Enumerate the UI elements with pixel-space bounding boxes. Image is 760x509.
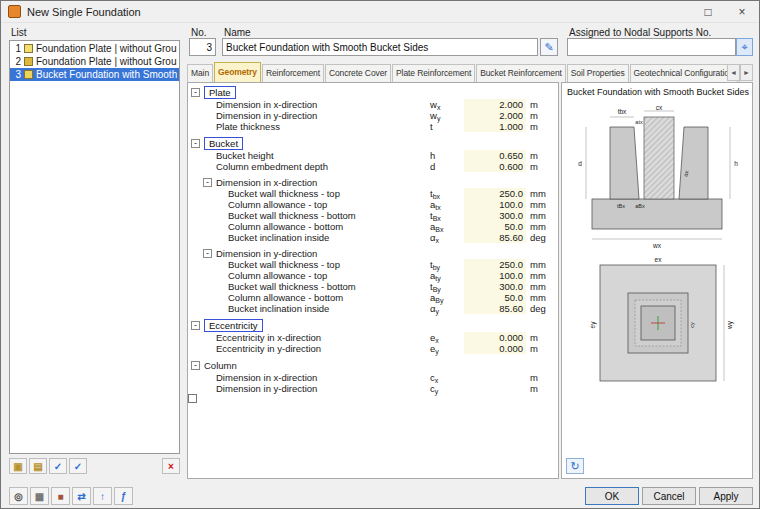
apply-button[interactable]: Apply — [699, 487, 753, 505]
assigned-supports-field[interactable] — [567, 38, 736, 56]
param-symbol: ey — [430, 343, 464, 355]
param-value[interactable]: 0.600 — [464, 161, 526, 172]
param-group-plate: -Plate — [188, 86, 558, 99]
symbol-main: w — [430, 110, 437, 121]
param-value[interactable]: 250.0 — [464, 188, 526, 199]
param-row-column-allowance-bottom: Column allowance - bottomaBy50.0mm — [188, 292, 558, 303]
assigned-supports-label: Assigned to Nodal Supports No. — [569, 27, 711, 38]
check-all-button[interactable]: ✓ — [69, 458, 87, 474]
param-value[interactable]: 100.0 — [464, 199, 526, 210]
param-value[interactable]: 100.0 — [464, 270, 526, 281]
tab-scroll-right-icon[interactable]: ► — [740, 64, 753, 81]
param-label: Dimension in y-direction — [188, 383, 430, 394]
param-row-eccentricity-in-x-direction: Eccentricity in x-directionex0.000m — [188, 332, 558, 343]
diagram-panel: Bucket Foundation with Smooth Bucket Sid… — [561, 82, 753, 479]
tab-reinforcement[interactable]: Reinforcement — [262, 64, 324, 82]
param-row-column-allowance-top: Column allowance - topatx100.0mm — [188, 199, 558, 210]
collapse-toggle-icon[interactable]: - — [203, 249, 212, 258]
list-toolbar: ▣▤✓✓× — [9, 457, 180, 475]
dim-label-wx: wx — [652, 242, 662, 249]
tab-bucket-reinforcement[interactable]: Bucket Reinforcement — [476, 64, 566, 82]
dim-label-cy: cy — [689, 322, 695, 328]
param-value[interactable]: 250.0 — [464, 259, 526, 270]
list-item-2[interactable]: 2Foundation Plate | without Groundwater … — [10, 55, 179, 68]
delete-item-button[interactable]: × — [162, 458, 180, 474]
param-unit: m — [526, 332, 558, 343]
dim-label-ex: ex — [655, 256, 663, 263]
param-label: Dimension in x-direction — [188, 99, 430, 110]
tab-main[interactable]: Main — [187, 64, 213, 82]
no-label: No. — [191, 27, 207, 38]
name-field[interactable] — [222, 38, 538, 56]
param-value[interactable]: 50.0 — [464, 292, 526, 303]
param-group-eccentricity: -Eccentricity — [188, 319, 558, 332]
param-value[interactable]: 2.000 — [464, 110, 526, 121]
tab-strip-wrap: MainGeometryReinforcementConcrete CoverP… — [187, 62, 753, 82]
select-supports-button[interactable]: ⌖ — [736, 38, 753, 56]
tab-plate-reinforcement[interactable]: Plate Reinforcement — [392, 64, 475, 82]
edit-name-button[interactable]: ✎ — [540, 38, 558, 56]
formula-button[interactable]: ƒ — [114, 487, 133, 505]
copy-item-button[interactable]: ▤ — [29, 458, 47, 474]
window-controls: □ × — [691, 1, 759, 23]
param-value[interactable]: 50.0 — [464, 221, 526, 232]
param-symbol: αy — [430, 303, 464, 315]
sync-button[interactable]: ⇄ — [72, 487, 91, 505]
param-group-bucket: -Bucket — [188, 137, 558, 150]
group-label: Plate — [204, 86, 236, 99]
list-item-1[interactable]: 1Foundation Plate | without Groundwater … — [10, 42, 179, 55]
no-field[interactable] — [189, 38, 216, 56]
collapse-toggle-icon[interactable]: - — [191, 88, 200, 97]
close-button[interactable]: × — [725, 1, 759, 23]
param-unit: mm — [526, 292, 558, 303]
group-label: Bucket — [204, 137, 243, 150]
collapse-toggle-icon[interactable]: - — [191, 361, 200, 370]
ok-button[interactable]: OK — [585, 487, 639, 505]
param-value[interactable]: 300.0 — [464, 281, 526, 292]
param-symbol: αx — [430, 232, 464, 244]
collapse-toggle-icon[interactable]: - — [191, 321, 200, 330]
param-row-column-allowance-top: Column allowance - topaty100.0mm — [188, 270, 558, 281]
foundation-list[interactable]: 1Foundation Plate | without Groundwater … — [9, 40, 180, 454]
tab-geotechnical-configuration[interactable]: Geotechnical Configuration — [630, 64, 738, 82]
param-value[interactable]: 300.0 — [464, 210, 526, 221]
plate-section — [592, 199, 722, 229]
collapse-toggle-icon[interactable]: - — [203, 178, 212, 187]
check-item-button[interactable]: ✓ — [49, 458, 67, 474]
new-item-button[interactable]: ▣ — [9, 458, 27, 474]
collapse-toggle-icon[interactable]: - — [191, 139, 200, 148]
tab-soil-properties[interactable]: Soil Properties — [567, 64, 629, 82]
cancel-button[interactable]: Cancel — [642, 487, 696, 505]
param-row-bucket-inclination-inside: Bucket inclination insideαx85.60deg — [188, 232, 558, 243]
color-swatch-button[interactable]: ■ — [51, 487, 70, 505]
param-unit: mm — [526, 210, 558, 221]
param-value[interactable]: 85.60 — [464, 232, 526, 243]
list-item-3[interactable]: 3Bucket Foundation with Smooth Bucket Si — [10, 68, 179, 81]
maximize-button[interactable]: □ — [691, 1, 725, 23]
search-button[interactable]: ◎ — [9, 487, 28, 505]
param-group-dimension-in-x-direction: -Dimension in x-direction — [188, 177, 558, 188]
param-value[interactable]: 0.000 — [464, 332, 526, 343]
import-button[interactable]: ↑ — [93, 487, 112, 505]
group-label: Eccentricity — [204, 319, 263, 332]
list-item-label: Foundation Plate | without Groundwater ( — [36, 43, 177, 54]
rotate-view-button[interactable]: ↻ — [566, 458, 584, 474]
elevation-view: tbx atx cx d h αx tBx aBx wx — [578, 104, 738, 250]
param-value[interactable]: 1.000 — [464, 121, 526, 132]
bottom-toolbar: ◎▦■⇄↑ƒ — [9, 487, 133, 505]
param-value[interactable]: 2.000 — [464, 99, 526, 110]
tab-geometry[interactable]: Geometry — [214, 62, 261, 82]
tab-concrete-cover[interactable]: Concrete Cover — [325, 64, 391, 82]
param-row-dimension-in-x-direction: Dimension in x-directionwx2.000m — [188, 99, 558, 110]
param-value[interactable]: 0.000 — [464, 343, 526, 354]
param-unit: mm — [526, 270, 558, 281]
dim-label-atx: atx — [635, 119, 643, 125]
tab-scroll-left-icon[interactable]: ◄ — [727, 64, 740, 81]
param-unit: mm — [526, 188, 558, 199]
param-value[interactable]: 85.60 — [464, 303, 526, 314]
param-value[interactable]: 0.650 — [464, 150, 526, 161]
settings-table-button[interactable]: ▦ — [30, 487, 49, 505]
param-row-column-embedment-depth: Column embedment depthd0.600m — [188, 161, 558, 172]
param-label: Column allowance - bottom — [188, 221, 430, 232]
param-row-eccentricity-in-y-direction: Eccentricity in y-directioney0.000m — [188, 343, 558, 354]
